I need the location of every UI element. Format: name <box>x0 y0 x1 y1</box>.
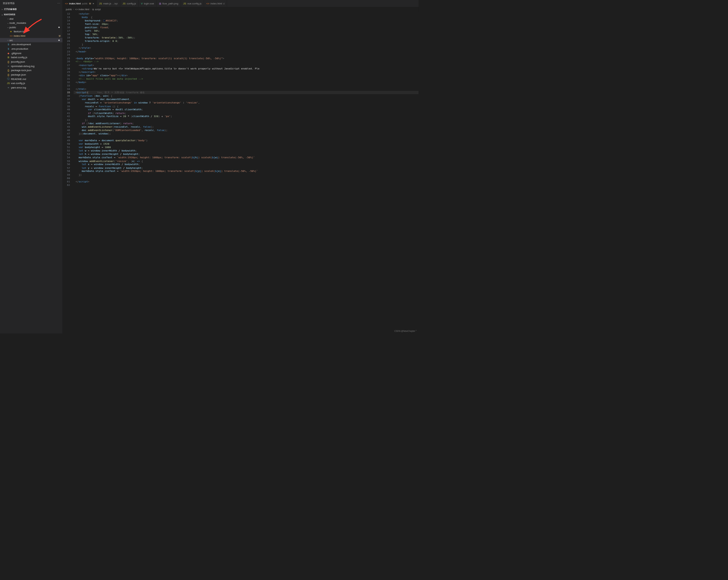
code-line[interactable]: window.addEventListener('resize', (e) =>… <box>74 159 418 163</box>
editor-tab[interactable]: JSvue.config.js <box>181 0 204 7</box>
open-editors-section[interactable]: › 打开的编辑器 <box>0 6 62 12</box>
code-line[interactable]: win.addEventListener(resizeEvt, recalc, … <box>74 125 418 128</box>
folder-item[interactable]: ›dist <box>0 16 62 21</box>
file-item[interactable]: $.env.development <box>0 42 62 47</box>
code-line[interactable]: if (!clientWidth) return; <box>74 111 418 115</box>
code-line[interactable]: let y = window.innerHeight / bodyheight; <box>74 166 418 170</box>
code-line[interactable]: markDate.style.cssText = `width:1920px; … <box>74 170 418 173</box>
code-line[interactable]: let w = window.innerWidth / bodywidth; <box>74 149 418 152</box>
line-number: 35 <box>63 91 70 94</box>
code-line[interactable]: var bodyheight = 1080 <box>74 146 418 149</box>
code-line[interactable]: left: 50%; <box>74 29 418 32</box>
code-line[interactable]: }; <box>74 118 418 122</box>
code-line[interactable]: markDate.style.cssText = `width:1920px; … <box>74 156 418 159</box>
code-line[interactable]: <!-- built files will be auto injected -… <box>74 77 418 80</box>
code-line[interactable]: </head> <box>74 50 418 53</box>
folder-item[interactable]: ⌄public <box>0 25 62 30</box>
code-line[interactable]: let h = window.innerHeight / bodyheight; <box>74 152 418 156</box>
breadcrumb-icon: ⧉ <box>92 8 94 11</box>
file-item[interactable]: ★favicon.ico <box>0 29 62 34</box>
code-line[interactable]: recalc = function () { <box>74 104 418 108</box>
code-line[interactable]: var bodywidth = 1920 <box>74 142 418 145</box>
json-icon: {} <box>7 73 10 76</box>
code-line[interactable]: top: 50%; <box>74 32 418 36</box>
code-line[interactable]: background: #010C27; <box>74 19 418 22</box>
code-line[interactable] <box>74 84 418 87</box>
tab-sublabel: public <box>82 2 88 5</box>
more-icon[interactable]: ··· <box>57 2 60 4</box>
js-icon: JS <box>99 2 102 5</box>
tree-item-label: babel.config.js <box>11 56 27 59</box>
chevron-right-icon: › <box>91 8 91 11</box>
code-line[interactable]: <script> You, 前天 • 页面缩放 tranform 修改 <box>74 91 418 94</box>
code-line[interactable]: <style> <box>74 12 418 15</box>
close-icon[interactable]: × <box>93 2 94 5</box>
code-line[interactable]: doc.addEventListener('DOMContentLoaded',… <box>74 128 418 132</box>
code-line[interactable]: </noscript> <box>74 70 418 74</box>
code-line[interactable]: } <box>74 43 418 46</box>
code-line[interactable]: transform-origin: 0 0; <box>74 39 418 43</box>
code-area[interactable]: 1213141516171819202122232425262728293031… <box>63 12 418 334</box>
code-line[interactable]: let x = window.innerWidth / bodywidth; <box>74 163 418 166</box>
code-line[interactable] <box>74 176 418 180</box>
editor-tab[interactable]: ▧flow_path.png <box>157 0 181 7</box>
file-item[interactable]: {}package-lock.json <box>0 68 62 72</box>
code-line[interactable]: <!-- <body> --> <box>74 60 418 63</box>
code-line[interactable]: </html> <box>74 87 418 91</box>
editor-tab[interactable]: <>index.htmlpublicM× <box>63 0 97 7</box>
breadcrumb-item[interactable]: public <box>66 8 72 11</box>
code-line[interactable] <box>74 53 418 57</box>
project-header[interactable]: ⌄ MARSWEB <box>0 13 62 16</box>
code-line[interactable]: <noscript> <box>74 63 418 67</box>
code-line[interactable] <box>74 135 418 139</box>
git-icon: ◆ <box>7 52 10 55</box>
file-item[interactable]: Bbabel.config.js <box>0 55 62 60</box>
file-item[interactable]: <>index.htmlM <box>0 34 62 38</box>
breadcrumb-item[interactable]: index.html <box>79 8 89 11</box>
code-line[interactable]: font-size: 20px; <box>74 22 418 26</box>
code-line[interactable]: docEl.style.fontSize = 20 * (clientWidth… <box>74 115 418 118</box>
file-item[interactable]: ◆.gitignore <box>0 51 62 55</box>
code-line[interactable]: </body> <box>74 80 418 84</box>
code-line[interactable]: })(document, window); <box>74 132 418 135</box>
file-item[interactable]: $.env.production <box>0 47 62 51</box>
code-line[interactable]: var markDate = document.querySelector('b… <box>74 139 418 142</box>
code-content[interactable]: <style> body { background: #010C27; font… <box>74 12 418 334</box>
folder-item[interactable]: ›src <box>0 38 62 43</box>
file-item[interactable]: ≡yarn-error.log <box>0 85 62 90</box>
chevron-down-icon: ⌄ <box>7 26 10 28</box>
tab-label: flow_path.png <box>162 2 178 5</box>
code-line[interactable]: resizeEvt = 'orientationchange' in windo… <box>74 101 418 104</box>
editor-tab[interactable]: JSconfig.js <box>120 0 139 7</box>
code-line[interactable]: }) <box>74 173 418 176</box>
file-item[interactable]: {}package.json <box>0 72 62 77</box>
editor-tab[interactable]: <>index.htmld <box>204 0 227 7</box>
breadcrumb[interactable]: public›<>index.html›⧉script <box>63 7 418 12</box>
editor-tab[interactable]: Vlogin.vue <box>139 0 157 7</box>
folder-item[interactable]: ›node_modules <box>0 21 62 25</box>
line-number: 24 <box>63 53 70 57</box>
code-line[interactable]: <body style="width:1920px; height: 1080p… <box>74 57 418 60</box>
code-line[interactable]: </style> <box>74 46 418 50</box>
code-line[interactable]: if (!doc.addEventListener) return; <box>74 122 418 125</box>
code-line[interactable]: var docEl = doc.documentElement, <box>74 98 418 101</box>
code-line[interactable]: (function (doc, win) { <box>74 94 418 98</box>
file-item[interactable]: {}jsconfig.json <box>0 60 62 64</box>
code-line[interactable]: <strong>We're sorry but <%= htmlWebpackP… <box>74 67 418 70</box>
code-line[interactable]: <div id="app" class="app"></div> <box>74 74 418 77</box>
code-line[interactable]: position: fixed; <box>74 26 418 29</box>
file-item[interactable]: JSvue.config.js <box>0 81 62 85</box>
code-line[interactable]: body { <box>74 15 418 19</box>
file-item[interactable]: ⓘREADME.md <box>0 77 62 81</box>
tree-item-label: .gitignore <box>11 52 21 55</box>
file-item[interactable]: ≡npminstall-debug.log <box>0 64 62 68</box>
breadcrumb-icon: <> <box>75 8 78 11</box>
code-line[interactable]: transform: translate(-50%, -50%); <box>74 36 418 39</box>
code-line[interactable] <box>74 183 418 187</box>
breadcrumb-item[interactable]: script <box>95 8 100 11</box>
code-line[interactable]: </script> <box>74 180 418 183</box>
app-root: 资源管理器 ··· › 打开的编辑器 ⌄ MARSWEB ›dist›node_… <box>0 0 418 334</box>
dirty-dot-icon <box>58 39 60 41</box>
editor-tab[interactable]: JSmain.js.../api <box>97 0 120 7</box>
code-line[interactable]: var clientWidth = docEl.clientWidth; <box>74 108 418 111</box>
